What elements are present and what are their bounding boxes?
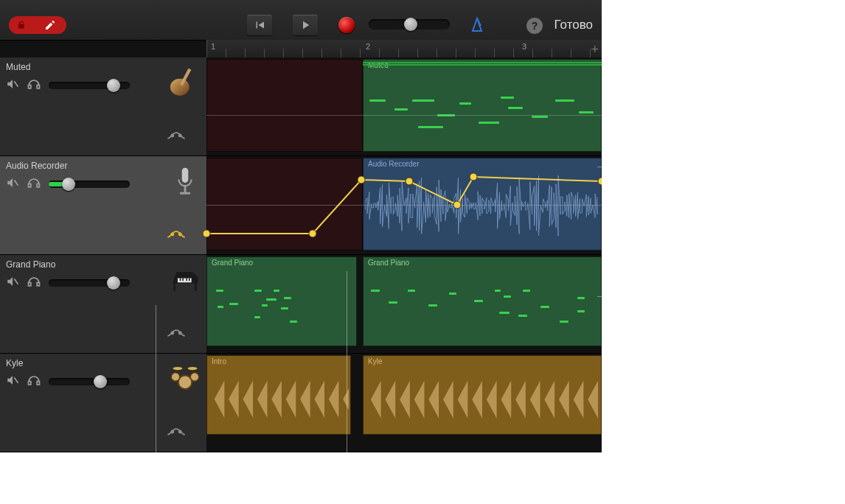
midi-note — [371, 290, 380, 292]
region[interactable]: Audio Recorder — [363, 158, 602, 251]
region-label: Audio Recorder — [368, 160, 419, 168]
volume-slider[interactable] — [49, 82, 130, 89]
midi-note — [449, 293, 456, 295]
automation-point[interactable] — [358, 176, 366, 184]
svg-line-11 — [14, 279, 18, 284]
automation-toggle[interactable] — [167, 425, 186, 441]
svg-rect-7 — [184, 186, 187, 192]
automation-point[interactable] — [470, 173, 478, 181]
track-header[interactable]: Audio Recorder — [0, 156, 206, 255]
midi-note — [560, 321, 568, 323]
region[interactable]: Grand Piano — [206, 256, 357, 346]
region[interactable]: Grand Piano — [363, 256, 602, 346]
timeline-ruler[interactable]: 1 2 3 + — [206, 40, 602, 58]
midi-note — [216, 290, 223, 292]
edit-mode-toggle[interactable] — [9, 16, 66, 34]
svg-point-29 — [179, 430, 181, 433]
mute-button[interactable] — [6, 77, 19, 94]
callout-line — [156, 305, 156, 452]
mute-button[interactable] — [6, 374, 19, 390]
top-toolbar: ? Готово — [0, 0, 602, 41]
region[interactable] — [206, 59, 363, 152]
slider-knob[interactable] — [404, 18, 417, 31]
rewind-button[interactable] — [247, 15, 272, 35]
bass-guitar-icon[interactable] — [168, 65, 202, 99]
slider-knob[interactable] — [62, 178, 75, 191]
done-button[interactable]: Готово — [554, 18, 594, 32]
slider-knob[interactable] — [107, 276, 120, 290]
midi-note — [254, 316, 260, 318]
automation-toggle[interactable] — [167, 228, 186, 244]
microphone-icon[interactable] — [168, 164, 202, 197]
midi-note — [579, 111, 594, 113]
track-header[interactable]: Kyle — [0, 354, 206, 452]
solo-button[interactable] — [27, 373, 41, 391]
waveform — [365, 173, 599, 238]
midi-note — [479, 122, 499, 124]
svg-point-9 — [171, 233, 173, 235]
midi-note — [266, 298, 277, 301]
track-header-panel: MutedAudio RecorderGrand PianoKyle — [0, 57, 206, 452]
automation-toggle[interactable] — [167, 129, 186, 145]
midi-note — [284, 297, 291, 299]
region[interactable]: Muted — [363, 59, 602, 152]
midi-note — [577, 297, 585, 299]
play-button[interactable] — [293, 15, 318, 35]
slider-knob[interactable] — [107, 79, 120, 92]
slider-knob[interactable] — [94, 375, 107, 388]
callout-line — [347, 271, 347, 452]
midi-note — [495, 290, 501, 292]
midi-note — [254, 290, 262, 292]
volume-slider[interactable] — [49, 279, 130, 287]
automation-toggle[interactable] — [167, 326, 186, 343]
mute-button[interactable] — [6, 176, 19, 192]
region-label: Grand Piano — [368, 259, 409, 267]
midi-note — [274, 290, 279, 292]
metronome-button[interactable] — [468, 16, 486, 37]
region[interactable]: Kyle — [363, 355, 602, 435]
svg-point-3 — [171, 134, 173, 136]
svg-rect-16 — [189, 279, 189, 281]
transport-controls — [247, 15, 355, 35]
region[interactable] — [206, 158, 363, 251]
solo-button[interactable] — [27, 274, 41, 292]
midi-note — [555, 99, 574, 102]
callout-line — [597, 167, 602, 167]
midi-note — [408, 290, 415, 292]
midi-note — [459, 102, 471, 105]
midi-note — [577, 310, 585, 312]
automation-point[interactable] — [309, 230, 317, 238]
svg-point-26 — [173, 367, 182, 370]
svg-rect-17 — [173, 284, 175, 291]
solo-button[interactable] — [27, 175, 41, 193]
track-header[interactable]: Muted — [0, 57, 206, 156]
lock-icon — [9, 16, 34, 34]
master-volume-slider[interactable] — [369, 19, 450, 29]
midi-note — [389, 301, 397, 304]
drumkit-icon[interactable] — [168, 361, 202, 395]
svg-point-1 — [170, 79, 189, 96]
help-button[interactable]: ? — [526, 18, 543, 34]
record-button[interactable] — [338, 17, 355, 33]
piano-icon[interactable] — [168, 262, 202, 296]
automation-point[interactable] — [203, 230, 211, 238]
timeline-area[interactable]: MutedAudio RecorderGrand PianoGrand Pian… — [206, 57, 602, 452]
automation-point[interactable] — [406, 178, 414, 186]
mute-button[interactable] — [6, 275, 19, 291]
svg-rect-18 — [195, 284, 197, 291]
solo-button[interactable] — [27, 77, 41, 94]
callout-line — [597, 296, 602, 297]
svg-point-28 — [171, 430, 173, 433]
midi-note — [523, 290, 530, 292]
midi-note — [218, 306, 223, 308]
region[interactable]: Intro — [206, 355, 351, 435]
svg-line-21 — [14, 377, 18, 383]
add-marker-button[interactable]: + — [591, 42, 599, 57]
midi-note — [428, 304, 437, 307]
volume-slider[interactable] — [49, 378, 130, 385]
volume-slider[interactable] — [49, 181, 130, 188]
automation-point[interactable] — [598, 178, 602, 186]
region-label: Kyle — [368, 357, 382, 365]
track-header[interactable]: Grand Piano — [0, 255, 206, 354]
bar-label: 1 — [211, 42, 215, 51]
